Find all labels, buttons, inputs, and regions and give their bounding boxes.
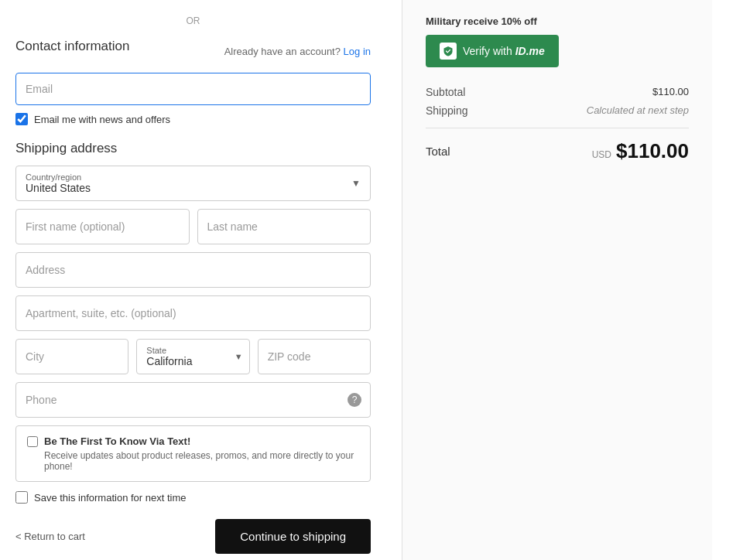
verify-btn-text: Verify with ID.me — [463, 45, 545, 57]
city-input[interactable] — [15, 339, 128, 374]
phone-input[interactable] — [15, 382, 371, 418]
total-row: Total USD $110.00 — [426, 139, 689, 163]
apartment-input[interactable] — [15, 295, 371, 331]
sms-checkbox[interactable] — [27, 436, 38, 447]
address-input[interactable] — [15, 252, 371, 288]
state-label: State — [146, 346, 239, 355]
contact-section-title: Contact information — [15, 39, 129, 54]
subtotal-label: Subtotal — [426, 86, 465, 98]
save-info-checkbox[interactable] — [15, 491, 28, 504]
shipping-row: Shipping Calculated at next step — [426, 104, 689, 117]
sms-title-text: Be The First To Know Via Text! — [44, 435, 190, 447]
military-banner: Military receive 10% off — [426, 15, 689, 27]
total-divider — [426, 128, 689, 128]
shipping-label: Shipping — [426, 104, 468, 117]
total-currency: USD — [592, 149, 611, 160]
breadcrumb: OR — [15, 15, 371, 26]
last-name-input[interactable] — [197, 209, 372, 244]
verify-idme-button[interactable]: Verify with ID.me — [426, 35, 559, 67]
first-name-input[interactable] — [15, 209, 190, 244]
email-input[interactable] — [15, 73, 371, 105]
verify-shield-icon — [440, 43, 457, 60]
newsletter-checkbox[interactable] — [15, 113, 28, 125]
state-select-wrapper: State California ▼ — [136, 339, 249, 374]
shipping-section-title: Shipping address — [15, 141, 371, 156]
subtotal-value: $110.00 — [652, 86, 689, 98]
already-account-text: Already have an account? Log in — [224, 46, 371, 57]
sms-box: Be The First To Know Via Text! Receive u… — [15, 425, 371, 482]
login-link[interactable]: Log in — [344, 46, 371, 57]
total-amount: USD $110.00 — [592, 139, 689, 163]
total-value: $110.00 — [616, 139, 689, 163]
subtotal-row: Subtotal $110.00 — [426, 86, 689, 98]
shipping-value: Calculated at next step — [587, 104, 689, 117]
sms-description: Receive updates about product releases, … — [44, 450, 359, 472]
state-select[interactable]: California — [146, 355, 239, 367]
save-info-label: Save this information for next time — [34, 492, 187, 504]
newsletter-label: Email me with news and offers — [34, 114, 170, 125]
country-label: Country/region — [26, 172, 361, 182]
return-to-cart-link[interactable]: < Return to cart — [15, 531, 85, 542]
continue-shipping-button[interactable]: Continue to shipping — [215, 519, 371, 554]
country-select[interactable]: United States — [26, 182, 361, 194]
total-label: Total — [426, 145, 450, 158]
phone-help-icon[interactable]: ? — [348, 393, 361, 407]
zip-input[interactable] — [258, 339, 371, 374]
